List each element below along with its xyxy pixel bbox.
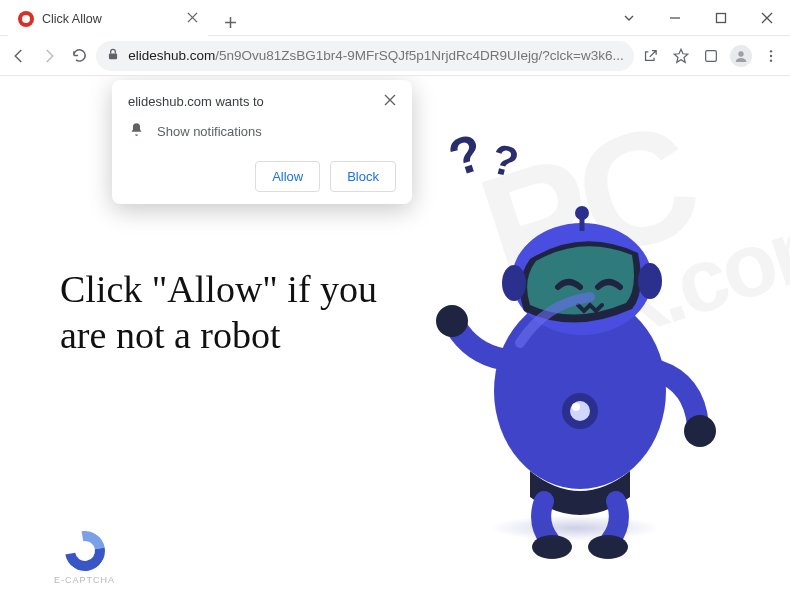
permission-close-icon[interactable] [384, 94, 396, 109]
tab-title: Click Allow [42, 12, 102, 26]
url-path: /5n9Ovu81ZsBG1br4-9MFrSQJf5p1NrjdRc4DR9U… [215, 48, 624, 63]
notification-permission-prompt: elideshub.com wants to Show notification… [112, 80, 412, 204]
svg-point-3 [738, 51, 743, 56]
browser-toolbar: elideshub.com/5n9Ovu81ZsBG1br4-9MFrSQJf5… [0, 36, 790, 76]
svg-rect-1 [109, 53, 117, 59]
permission-origin-text: elideshub.com wants to [128, 94, 264, 109]
svg-point-18 [684, 415, 716, 447]
back-button[interactable] [6, 40, 32, 72]
window-close-button[interactable] [744, 0, 790, 36]
extensions-icon[interactable] [698, 40, 724, 72]
reload-button[interactable] [66, 40, 92, 72]
forward-button[interactable] [36, 40, 62, 72]
tab-close-icon[interactable] [187, 12, 198, 26]
new-tab-button[interactable] [216, 8, 244, 36]
bell-icon [128, 121, 145, 141]
svg-rect-2 [706, 50, 717, 61]
svg-point-5 [770, 54, 772, 56]
tab-strip: Click Allow [0, 0, 244, 36]
page-content: PC risk.com elideshub.com wants to Show … [0, 76, 790, 609]
block-button[interactable]: Block [330, 161, 396, 192]
tab-favicon [18, 11, 34, 27]
profile-avatar[interactable] [728, 40, 754, 72]
robot-check-headline: Click "Allow" if you are not a robot [60, 266, 390, 359]
allow-button[interactable]: Allow [255, 161, 320, 192]
svg-point-14 [638, 263, 662, 299]
robot-svg [410, 171, 730, 571]
window-maximize-button[interactable] [698, 0, 744, 36]
lock-icon [106, 47, 120, 64]
svg-point-6 [770, 59, 772, 61]
url-text: elideshub.com/5n9Ovu81ZsBG1br4-9MFrSQJf5… [128, 48, 624, 63]
window-caret-icon[interactable] [606, 0, 652, 36]
svg-point-4 [770, 50, 772, 52]
svg-point-17 [436, 305, 468, 337]
svg-point-16 [575, 206, 589, 220]
url-domain: elideshub.com [128, 48, 215, 63]
kebab-menu-icon[interactable] [758, 40, 784, 72]
permission-capability-text: Show notifications [157, 124, 262, 139]
captcha-badge: E-CAPTCHA [54, 531, 115, 585]
captcha-label: E-CAPTCHA [54, 575, 115, 585]
svg-point-10 [570, 401, 590, 421]
bookmark-star-icon[interactable] [668, 40, 694, 72]
robot-illustration: ? ? [430, 131, 720, 551]
svg-rect-0 [717, 13, 726, 22]
address-bar[interactable]: elideshub.com/5n9Ovu81ZsBG1br4-9MFrSQJf5… [96, 41, 634, 71]
share-icon[interactable] [638, 40, 664, 72]
robot-shadow [490, 515, 660, 541]
svg-point-13 [502, 265, 526, 301]
captcha-logo-icon [57, 523, 113, 579]
avatar-icon [730, 45, 752, 67]
window-minimize-button[interactable] [652, 0, 698, 36]
svg-point-11 [572, 403, 580, 411]
browser-tab[interactable]: Click Allow [8, 2, 208, 36]
